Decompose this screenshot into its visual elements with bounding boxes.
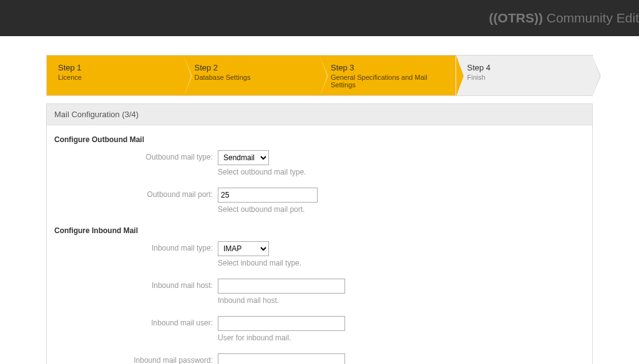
inbound-mail-host-label: Inbound mail host: (54, 279, 218, 290)
outbound-mail-type-label: Outbound mail type: (54, 150, 218, 161)
step-num: Step 4 (467, 63, 584, 72)
outbound-mail-type-hint: Select outbound mail type. (218, 168, 585, 176)
mail-config-panel: Mail Configuration (3/4) Configure Outbo… (46, 103, 593, 364)
outbound-mail-port-input[interactable] (218, 188, 318, 203)
step-num: Step 2 (195, 63, 311, 72)
step-finish: Step 4 Finish (456, 55, 593, 95)
step-database[interactable]: Step 2 Database Settings (183, 55, 320, 95)
inbound-mail-password-input[interactable] (218, 353, 345, 364)
inbound-mail-type-hint: Select inbound mail type. (218, 259, 585, 267)
inbound-section-title: Configure Inbound Mail (54, 226, 585, 235)
step-label: General Specifications and Mail Settings (331, 74, 447, 89)
step-licence[interactable]: Step 1 Licence (47, 55, 183, 95)
outbound-mail-port-label: Outbound mail port: (54, 188, 218, 199)
steps-bar: Step 1 Licence Step 2 Database Settings … (46, 55, 593, 96)
step-label: Database Settings (195, 74, 311, 81)
step-label: Licence (58, 74, 175, 81)
brand-rest: Community Edition (543, 11, 639, 25)
step-num: Step 1 (58, 63, 175, 72)
inbound-mail-user-label: Inbound mail user: (54, 316, 218, 327)
brand-strong: ((OTRS)) (489, 11, 543, 25)
outbound-mail-type-select[interactable]: Sendmail (218, 150, 269, 165)
inbound-mail-user-input[interactable] (218, 316, 345, 331)
inbound-mail-password-label: Inbound mail password: (54, 353, 218, 364)
inbound-mail-type-label: Inbound mail type: (54, 241, 218, 252)
main-container: Step 1 Licence Step 2 Database Settings … (46, 55, 593, 364)
brand: ((OTRS)) Community Edition (489, 11, 639, 26)
top-bar: ((OTRS)) Community Edition (0, 0, 639, 36)
inbound-mail-user-hint: User for inbound mail. (218, 333, 585, 342)
outbound-section-title: Configure Outbound Mail (54, 135, 585, 144)
panel-body: Configure Outbound Mail Outbound mail ty… (47, 125, 592, 364)
inbound-mail-host-input[interactable] (218, 279, 345, 294)
step-label: Finish (467, 74, 584, 81)
panel-title: Mail Configuration (3/4) (47, 104, 592, 125)
outbound-mail-port-hint: Select outbound mail port. (218, 205, 585, 214)
inbound-mail-host-hint: Inbound mail host. (218, 296, 585, 305)
step-general[interactable]: Step 3 General Specifications and Mail S… (320, 55, 456, 95)
step-num: Step 3 (331, 63, 447, 72)
inbound-mail-type-select[interactable]: IMAP (218, 241, 269, 256)
